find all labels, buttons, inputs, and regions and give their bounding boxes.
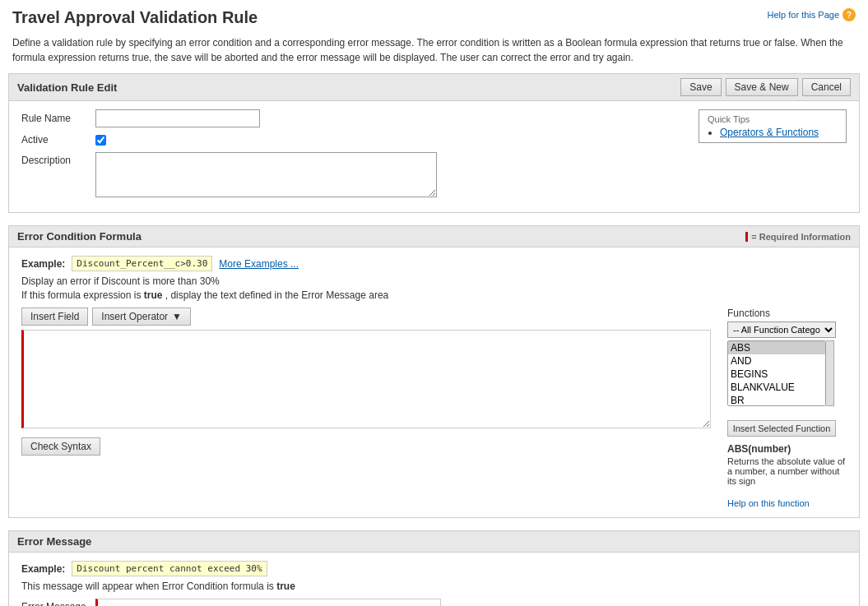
error-message-header: Error Message bbox=[9, 531, 859, 553]
error-message-label: Error Message bbox=[21, 599, 95, 606]
active-row: Active bbox=[21, 134, 682, 146]
functions-panel: Functions -- All Function Categories -- … bbox=[727, 308, 847, 509]
error-message-row: Error Message bbox=[21, 599, 847, 606]
rule-name-label: Rule Name bbox=[21, 113, 95, 124]
functions-list-select[interactable]: ABSANDBEGINSBLANKVALUEBRCASE bbox=[727, 340, 826, 406]
cancel-button-top[interactable]: Cancel bbox=[802, 78, 851, 96]
page-description: Define a validation rule by specifying a… bbox=[0, 31, 868, 73]
required-info: = Required Information bbox=[745, 232, 851, 242]
page-title: Travel Approval Validation Rule bbox=[12, 8, 258, 27]
formula-textarea[interactable] bbox=[21, 330, 711, 428]
help-link[interactable]: Help for this Page ? bbox=[768, 8, 856, 21]
error-condition-header: Error Condition Formula = Required Infor… bbox=[9, 226, 859, 247]
save-button-top[interactable]: Save bbox=[680, 78, 721, 96]
example-desc1: Display an error if Discount is more tha… bbox=[21, 275, 847, 287]
quick-tips-box: Quick Tips Operators & Functions bbox=[699, 109, 847, 143]
function-signature: ABS(number) bbox=[727, 443, 847, 455]
validation-edit-header: Validation Rule Edit Save Save & New Can… bbox=[9, 74, 859, 101]
error-condition-body: Example: Discount_Percent__c>0.30 More E… bbox=[9, 247, 859, 517]
error-message-section: Error Message Example: Discount percent … bbox=[8, 530, 860, 606]
list-scrollbar bbox=[826, 340, 834, 406]
quick-tips-panel: Quick Tips Operators & Functions bbox=[699, 109, 847, 204]
description-label: Description bbox=[21, 152, 95, 166]
insert-operator-dropdown: Insert Operator ▼ bbox=[92, 308, 191, 326]
validation-edit-left: Rule Name Active Description bbox=[21, 109, 682, 204]
error-condition-section: Error Condition Formula = Required Infor… bbox=[8, 225, 860, 518]
error-example-row: Example: Discount percent cannot exceed … bbox=[21, 561, 847, 576]
operators-functions-link[interactable]: Operators & Functions bbox=[720, 127, 819, 138]
error-desc1: This message will appear when Error Cond… bbox=[21, 581, 847, 592]
formula-left: Insert Field Insert Operator ▼ Check Syn… bbox=[21, 308, 711, 509]
validation-edit-toolbar: Save Save & New Cancel bbox=[680, 78, 851, 96]
formula-toolbar: Insert Field Insert Operator ▼ bbox=[21, 308, 711, 326]
error-condition-title: Error Condition Formula bbox=[17, 230, 142, 243]
check-syntax-button[interactable]: Check Syntax bbox=[21, 437, 100, 456]
dropdown-arrow-icon: ▼ bbox=[172, 311, 182, 322]
functions-list-container: ABSANDBEGINSBLANKVALUEBRCASE bbox=[727, 340, 847, 406]
more-examples-link[interactable]: More Examples ... bbox=[219, 258, 299, 270]
function-description: ABS(number) Returns the absolute value o… bbox=[727, 443, 847, 486]
required-bar bbox=[745, 232, 748, 242]
function-desc-text: Returns the absolute value of a number, … bbox=[727, 456, 847, 486]
insert-operator-button[interactable]: Insert Operator ▼ bbox=[92, 308, 191, 326]
insert-selected-function-button[interactable]: Insert Selected Function bbox=[727, 420, 836, 437]
description-textarea[interactable] bbox=[95, 152, 437, 197]
rule-name-row: Rule Name bbox=[21, 109, 682, 127]
help-link-text: Help for this Page bbox=[768, 10, 839, 20]
error-message-body: Example: Discount percent cannot exceed … bbox=[9, 553, 859, 606]
error-message-textarea[interactable] bbox=[95, 599, 441, 606]
error-example-label: Example: bbox=[21, 563, 65, 575]
quick-tips-title: Quick Tips bbox=[708, 114, 838, 124]
validation-edit-title: Validation Rule Edit bbox=[17, 81, 117, 94]
active-label: Active bbox=[21, 134, 95, 146]
help-icon: ? bbox=[842, 8, 856, 21]
functions-category-select[interactable]: -- All Function Categories -- bbox=[727, 322, 836, 338]
error-example-value: Discount percent cannot exceed 30% bbox=[72, 561, 267, 576]
insert-field-button[interactable]: Insert Field bbox=[21, 308, 88, 326]
example-value: Discount_Percent__c>0.30 bbox=[72, 256, 212, 271]
validation-edit-body: Rule Name Active Description Quick Tips … bbox=[9, 101, 859, 212]
functions-label: Functions bbox=[727, 308, 847, 319]
validation-edit-section: Validation Rule Edit Save Save & New Can… bbox=[8, 73, 860, 213]
example-label: Example: bbox=[21, 258, 65, 270]
description-row: Description bbox=[21, 152, 682, 197]
active-checkbox[interactable] bbox=[95, 135, 106, 146]
error-message-title: Error Message bbox=[17, 535, 91, 548]
save-new-button-top[interactable]: Save & New bbox=[726, 78, 798, 96]
formula-area: Insert Field Insert Operator ▼ Check Syn… bbox=[21, 308, 847, 509]
help-on-function-link[interactable]: Help on this function bbox=[727, 498, 810, 508]
example-desc2: If this formula expression is true , dis… bbox=[21, 289, 847, 301]
page-header: Travel Approval Validation Rule Help for… bbox=[0, 0, 868, 31]
example-row: Example: Discount_Percent__c>0.30 More E… bbox=[21, 256, 847, 271]
required-info-text: = Required Information bbox=[751, 232, 851, 242]
rule-name-input[interactable] bbox=[95, 109, 260, 127]
